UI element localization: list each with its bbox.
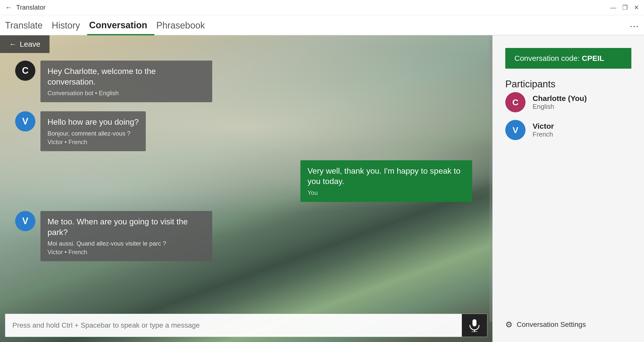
- participant-info-charlotte: Charlotte (You) English: [533, 94, 587, 111]
- gear-icon: ⚙: [505, 320, 513, 329]
- leave-button[interactable]: ← Leave: [0, 35, 50, 53]
- main-area: ← Leave C Hey Charlotte, welcome to the …: [0, 35, 644, 342]
- tab-history[interactable]: History: [50, 20, 87, 35]
- conversation-code-value: CPEIL: [582, 54, 604, 62]
- bubble-text: Hello how are you doing?: [47, 117, 139, 127]
- leave-label: Leave: [20, 40, 40, 48]
- back-button[interactable]: ←: [5, 4, 12, 12]
- conversation-settings-link[interactable]: ⚙ Conversation Settings: [505, 315, 631, 329]
- bubble-text: Very well, thank you. I'm happy to speak…: [307, 166, 465, 187]
- bubble-sub: Moi aussi. Quand allez-vous visiter le p…: [47, 240, 205, 247]
- message-row: V Hello how are you doing? Bonjour, comm…: [15, 111, 472, 151]
- window-controls: — ❐ ✕: [610, 4, 639, 11]
- message-input[interactable]: [5, 315, 462, 335]
- bubble-sub: Bonjour, comment allez-vous ?: [47, 130, 139, 137]
- message-bubble: Hey Charlotte, welcome to the conversati…: [40, 61, 212, 102]
- svg-rect-0: [472, 319, 476, 326]
- participant-name-charlotte: Charlotte (You): [533, 94, 587, 103]
- chat-scrollbar[interactable]: [489, 35, 492, 322]
- bubble-meta: Victor • French: [47, 249, 205, 256]
- participant-lang-charlotte: English: [533, 103, 587, 111]
- message-bubble: Hello how are you doing? Bonjour, commen…: [40, 111, 146, 151]
- conversation-code-button[interactable]: Conversation code: CPEIL: [505, 48, 631, 69]
- titlebar: ← Translator — ❐ ✕: [0, 0, 644, 15]
- participant-name-victor: Victor: [533, 122, 554, 130]
- participant-avatar-charlotte: C: [505, 92, 526, 112]
- participant-charlotte: C Charlotte (You) English: [505, 92, 631, 112]
- message-row: C Hey Charlotte, welcome to the conversa…: [15, 61, 472, 102]
- chat-scrollbar-thumb: [490, 40, 492, 91]
- participants-title: Participants: [505, 79, 631, 90]
- message-bubble-self: Very well, thank you. I'm happy to speak…: [300, 160, 472, 202]
- bubble-meta: Conversation bot • English: [47, 90, 205, 97]
- restore-button[interactable]: ❐: [622, 4, 628, 11]
- messages-area: C Hey Charlotte, welcome to the conversa…: [0, 35, 492, 314]
- minimize-button[interactable]: —: [610, 4, 616, 11]
- chat-panel: ← Leave C Hey Charlotte, welcome to the …: [0, 35, 492, 342]
- bubble-text: Me too. When are you going to visit the …: [47, 217, 205, 238]
- mic-button[interactable]: [462, 314, 487, 337]
- participant-victor: V Victor French: [505, 120, 631, 140]
- participant-avatar-victor: V: [505, 120, 526, 140]
- bubble-meta: You: [307, 189, 465, 196]
- sidebar: Conversation code: CPEIL Participants C …: [492, 35, 644, 342]
- message-bubble: Me too. When are you going to visit the …: [40, 211, 212, 261]
- participants-section: Participants C Charlotte (You) English V…: [505, 79, 631, 148]
- bubble-text: Hey Charlotte, welcome to the conversati…: [47, 66, 205, 87]
- tab-translate[interactable]: Translate: [5, 20, 50, 35]
- more-options-button[interactable]: ···: [630, 21, 639, 35]
- message-row: Very well, thank you. I'm happy to speak…: [15, 160, 472, 202]
- participant-info-victor: Victor French: [533, 122, 554, 138]
- conversation-code-label: Conversation code:: [514, 54, 582, 62]
- leave-arrow-icon: ←: [9, 40, 17, 48]
- avatar: V: [15, 111, 35, 131]
- tab-phrasebook[interactable]: Phrasebook: [154, 20, 212, 35]
- bubble-meta: Victor • French: [47, 139, 139, 146]
- close-button[interactable]: ✕: [634, 4, 639, 11]
- app-title: Translator: [16, 4, 45, 11]
- input-bar: [5, 314, 487, 337]
- tab-conversation[interactable]: Conversation: [87, 20, 154, 35]
- mic-icon: [469, 319, 480, 332]
- settings-label: Conversation Settings: [517, 321, 586, 329]
- nav-tabs: Translate History Conversation Phraseboo…: [0, 15, 644, 35]
- avatar: C: [15, 61, 35, 81]
- avatar: V: [15, 211, 35, 231]
- participant-lang-victor: French: [533, 130, 554, 138]
- message-row: V Me too. When are you going to visit th…: [15, 211, 472, 261]
